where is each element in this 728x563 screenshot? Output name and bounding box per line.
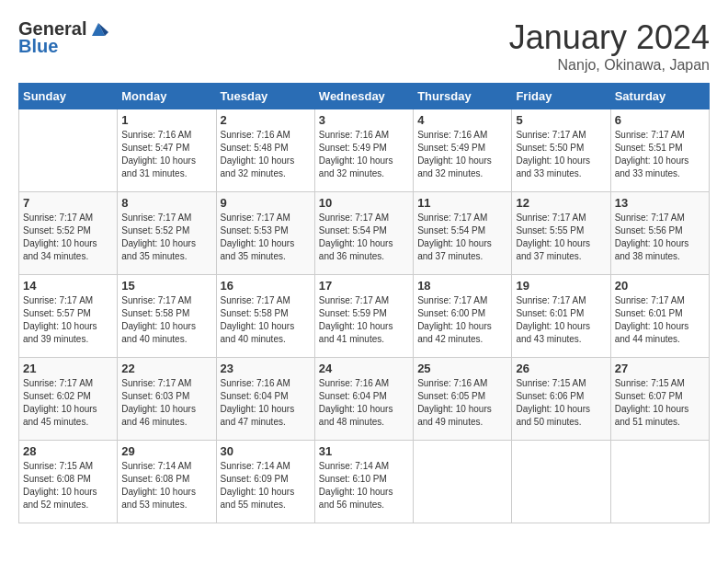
day-info: Sunrise: 7:14 AM Sunset: 6:09 PM Dayligh…	[221, 460, 311, 511]
sunrise-text: Sunrise: 7:17 AM	[417, 295, 487, 305]
day-number: 14	[23, 279, 113, 293]
daylight-text: Daylight: 10 hours and 32 minutes.	[221, 155, 295, 178]
daylight-text: Daylight: 10 hours and 47 minutes.	[221, 404, 295, 427]
daylight-text: Daylight: 10 hours and 56 minutes.	[319, 487, 393, 510]
calendar-cell: 4 Sunrise: 7:16 AM Sunset: 5:49 PM Dayli…	[414, 109, 512, 192]
day-number: 12	[516, 196, 606, 210]
day-number: 28	[23, 444, 113, 458]
weekday-header-monday: Monday	[118, 84, 216, 109]
sunset-text: Sunset: 6:02 PM	[23, 391, 91, 401]
daylight-text: Daylight: 10 hours and 40 minutes.	[221, 321, 295, 344]
weekday-header-friday: Friday	[512, 84, 610, 109]
weekday-header-wednesday: Wednesday	[314, 84, 413, 109]
sunset-text: Sunset: 5:49 PM	[417, 143, 485, 153]
day-info: Sunrise: 7:17 AM Sunset: 5:58 PM Dayligh…	[221, 294, 311, 346]
day-number: 26	[516, 362, 606, 375]
day-number: 22	[121, 362, 211, 375]
calendar-cell: 18 Sunrise: 7:17 AM Sunset: 6:00 PM Dayl…	[414, 275, 512, 358]
daylight-text: Daylight: 10 hours and 35 minutes.	[221, 238, 295, 261]
day-number: 2	[221, 113, 311, 127]
daylight-text: Daylight: 10 hours and 53 minutes.	[121, 487, 196, 510]
day-info: Sunrise: 7:16 AM Sunset: 5:47 PM Dayligh…	[121, 129, 211, 180]
sunset-text: Sunset: 6:06 PM	[516, 391, 584, 401]
day-info: Sunrise: 7:17 AM Sunset: 5:54 PM Dayligh…	[417, 212, 507, 263]
day-number: 10	[319, 196, 409, 210]
day-number: 5	[516, 113, 606, 127]
day-info: Sunrise: 7:16 AM Sunset: 5:49 PM Dayligh…	[417, 129, 507, 180]
day-number: 11	[417, 196, 507, 210]
daylight-text: Daylight: 10 hours and 32 minutes.	[319, 155, 393, 178]
day-info: Sunrise: 7:14 AM Sunset: 6:08 PM Dayligh…	[121, 460, 211, 511]
sunrise-text: Sunrise: 7:17 AM	[516, 130, 586, 140]
location: Nanjo, Okinawa, Japan	[509, 57, 710, 74]
daylight-text: Daylight: 10 hours and 33 minutes.	[615, 155, 689, 178]
day-info: Sunrise: 7:15 AM Sunset: 6:08 PM Dayligh…	[23, 460, 113, 511]
sunrise-text: Sunrise: 7:15 AM	[23, 461, 93, 471]
sunrise-text: Sunrise: 7:16 AM	[319, 130, 389, 140]
day-number: 21	[23, 362, 113, 375]
day-number: 8	[121, 196, 211, 210]
sunset-text: Sunset: 6:01 PM	[615, 308, 683, 318]
sunrise-text: Sunrise: 7:16 AM	[221, 130, 290, 140]
sunrise-text: Sunrise: 7:16 AM	[221, 378, 290, 388]
daylight-text: Daylight: 10 hours and 41 minutes.	[319, 321, 393, 344]
day-info: Sunrise: 7:17 AM Sunset: 5:52 PM Dayligh…	[121, 212, 211, 263]
daylight-text: Daylight: 10 hours and 50 minutes.	[516, 404, 590, 427]
sunrise-text: Sunrise: 7:14 AM	[221, 461, 290, 471]
daylight-text: Daylight: 10 hours and 33 minutes.	[516, 155, 590, 178]
calendar-cell: 26 Sunrise: 7:15 AM Sunset: 6:06 PM Dayl…	[512, 358, 610, 441]
sunrise-text: Sunrise: 7:17 AM	[319, 295, 389, 305]
logo: General Blue	[18, 18, 108, 57]
daylight-text: Daylight: 10 hours and 52 minutes.	[23, 487, 97, 510]
day-number: 18	[417, 279, 507, 293]
day-info: Sunrise: 7:16 AM Sunset: 5:48 PM Dayligh…	[221, 129, 311, 180]
week-row-1: 1 Sunrise: 7:16 AM Sunset: 5:47 PM Dayli…	[19, 109, 710, 192]
calendar-cell: 23 Sunrise: 7:16 AM Sunset: 6:04 PM Dayl…	[216, 358, 314, 441]
day-info: Sunrise: 7:16 AM Sunset: 5:49 PM Dayligh…	[319, 129, 409, 180]
calendar-cell: 22 Sunrise: 7:17 AM Sunset: 6:03 PM Dayl…	[118, 358, 216, 441]
calendar-cell: 19 Sunrise: 7:17 AM Sunset: 6:01 PM Dayl…	[512, 275, 610, 358]
sunrise-text: Sunrise: 7:16 AM	[417, 378, 487, 388]
day-number: 17	[319, 279, 409, 293]
sunset-text: Sunset: 5:52 PM	[121, 225, 189, 236]
sunrise-text: Sunrise: 7:17 AM	[121, 295, 191, 305]
day-number: 3	[319, 113, 409, 127]
weekday-header-saturday: Saturday	[610, 84, 709, 109]
calendar-cell: 7 Sunrise: 7:17 AM Sunset: 5:52 PM Dayli…	[19, 192, 118, 275]
day-info: Sunrise: 7:17 AM Sunset: 6:02 PM Dayligh…	[23, 377, 113, 429]
sunset-text: Sunset: 5:47 PM	[121, 143, 189, 153]
calendar-cell: 20 Sunrise: 7:17 AM Sunset: 6:01 PM Dayl…	[610, 275, 709, 358]
daylight-text: Daylight: 10 hours and 40 minutes.	[121, 321, 196, 344]
daylight-text: Daylight: 10 hours and 45 minutes.	[23, 404, 97, 427]
day-info: Sunrise: 7:16 AM Sunset: 6:04 PM Dayligh…	[221, 377, 311, 429]
day-number: 4	[417, 113, 507, 127]
calendar-cell: 1 Sunrise: 7:16 AM Sunset: 5:47 PM Dayli…	[118, 109, 216, 192]
page-header: General Blue January 2024 Nanjo, Okinawa…	[18, 18, 710, 74]
sunset-text: Sunset: 5:54 PM	[417, 225, 485, 236]
calendar-cell: 15 Sunrise: 7:17 AM Sunset: 5:58 PM Dayl…	[118, 275, 216, 358]
weekday-header-tuesday: Tuesday	[216, 84, 314, 109]
sunset-text: Sunset: 5:55 PM	[516, 225, 584, 236]
week-row-2: 7 Sunrise: 7:17 AM Sunset: 5:52 PM Dayli…	[19, 192, 710, 275]
sunset-text: Sunset: 6:01 PM	[516, 308, 584, 318]
calendar-cell	[19, 109, 118, 192]
month-title: January 2024	[509, 18, 710, 57]
sunset-text: Sunset: 5:49 PM	[319, 143, 387, 153]
calendar-cell	[512, 441, 610, 523]
sunset-text: Sunset: 5:53 PM	[221, 225, 289, 236]
daylight-text: Daylight: 10 hours and 31 minutes.	[121, 155, 196, 178]
day-info: Sunrise: 7:15 AM Sunset: 6:07 PM Dayligh…	[615, 377, 705, 429]
calendar-cell: 25 Sunrise: 7:16 AM Sunset: 6:05 PM Dayl…	[414, 358, 512, 441]
daylight-text: Daylight: 10 hours and 46 minutes.	[121, 404, 196, 427]
calendar-cell: 2 Sunrise: 7:16 AM Sunset: 5:48 PM Dayli…	[216, 109, 314, 192]
day-info: Sunrise: 7:17 AM Sunset: 6:01 PM Dayligh…	[516, 294, 606, 346]
daylight-text: Daylight: 10 hours and 51 minutes.	[615, 404, 689, 427]
calendar-cell: 5 Sunrise: 7:17 AM Sunset: 5:50 PM Dayli…	[512, 109, 610, 192]
calendar-cell: 10 Sunrise: 7:17 AM Sunset: 5:54 PM Dayl…	[314, 192, 413, 275]
sunrise-text: Sunrise: 7:16 AM	[319, 378, 389, 388]
sunrise-text: Sunrise: 7:16 AM	[121, 130, 191, 140]
sunset-text: Sunset: 6:09 PM	[221, 474, 289, 484]
daylight-text: Daylight: 10 hours and 36 minutes.	[319, 238, 393, 261]
daylight-text: Daylight: 10 hours and 55 minutes.	[221, 487, 295, 510]
calendar-cell: 14 Sunrise: 7:17 AM Sunset: 5:57 PM Dayl…	[19, 275, 118, 358]
